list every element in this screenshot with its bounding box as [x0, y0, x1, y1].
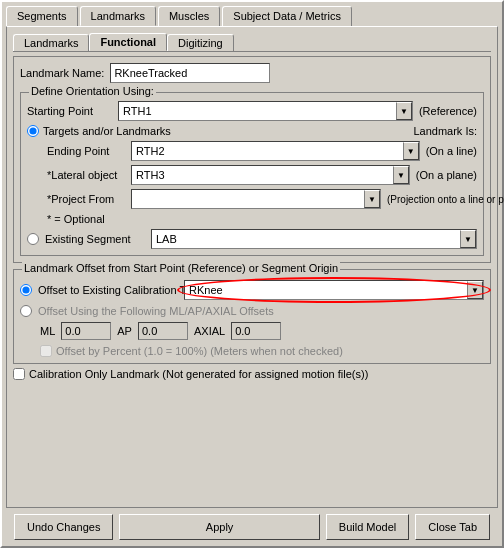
define-orientation-title: Define Orientation Using: [29, 85, 156, 97]
existing-segment-row: Existing Segment LAB ▼ [27, 229, 477, 249]
lateral-object-arrow[interactable]: ▼ [393, 166, 409, 184]
optional-note: * = Optional [47, 213, 105, 225]
ml-ap-axial-row: ML AP AXIAL [20, 322, 484, 340]
ap-input[interactable] [138, 322, 188, 340]
subtab-digitizing[interactable]: Digitizing [167, 34, 234, 51]
lateral-object-label: *Lateral object [47, 169, 125, 181]
ap-label: AP [117, 325, 132, 337]
offset-percent-checkbox[interactable] [40, 345, 52, 357]
offset-using-row: Offset Using the Following ML/AP/AXIAL O… [20, 305, 484, 317]
build-model-button[interactable]: Build Model [326, 514, 409, 540]
landmark-name-label: Landmark Name: [20, 67, 104, 79]
offset-existing-arrow[interactable]: ▼ [467, 281, 483, 299]
offset-percent-row: Offset by Percent (1.0 = 100%) (Meters w… [20, 345, 484, 357]
offset-using-label: Offset Using the Following ML/AP/AXIAL O… [38, 305, 274, 317]
reference-label: (Reference) [419, 105, 477, 117]
lateral-object-row: *Lateral object RTH3 ▼ (On a plane) [27, 165, 477, 185]
project-from-label: *Project From [47, 193, 125, 205]
existing-segment-label: Existing Segment [45, 233, 145, 245]
tab-segments[interactable]: Segments [6, 6, 78, 26]
offset-existing-row: Offset to Existing Calibration Target or… [20, 280, 484, 300]
targets-label: Targets and/or Landmarks [43, 125, 171, 137]
axial-label: AXIAL [194, 325, 225, 337]
close-tab-button[interactable]: Close Tab [415, 514, 490, 540]
project-from-value [132, 198, 364, 200]
landmark-name-row: Landmark Name: [20, 63, 484, 83]
offset-existing-value: RKnee [185, 283, 467, 297]
main-container: Segments Landmarks Muscles Subject Data … [0, 0, 504, 548]
undo-changes-button[interactable]: Undo Changes [14, 514, 113, 540]
bottom-bar: Undo Changes Apply Build Model Close Tab [6, 508, 498, 546]
ml-label: ML [40, 325, 55, 337]
offset-existing-label: Offset to Existing Calibration Target or… [38, 284, 178, 296]
ending-point-value: RTH2 [132, 144, 403, 158]
sub-content: Landmark Name: Define Orientation Using:… [13, 56, 491, 263]
axial-input[interactable] [231, 322, 281, 340]
landmark-is-label: Landmark Is: [413, 125, 477, 137]
existing-segment-radio[interactable] [27, 233, 39, 245]
existing-segment-value: LAB [152, 232, 460, 246]
starting-point-value: RTH1 [119, 104, 396, 118]
offset-using-radio[interactable] [20, 305, 32, 317]
offset-title: Landmark Offset from Start Point (Refere… [22, 262, 340, 274]
define-orientation-group: Define Orientation Using: Starting Point… [20, 92, 484, 256]
top-tabs: Segments Landmarks Muscles Subject Data … [2, 2, 502, 26]
sub-tabs-container: Landmarks Functional Digitizing [13, 33, 491, 52]
tab-landmarks[interactable]: Landmarks [80, 6, 156, 26]
group-content: Starting Point RTH1 ▼ (Reference) Target… [27, 101, 477, 249]
lateral-object-value: RTH3 [132, 168, 393, 182]
lateral-object-note: (On a plane) [416, 169, 477, 181]
offset-existing-radio[interactable] [20, 284, 32, 296]
existing-segment-dropdown[interactable]: LAB ▼ [151, 229, 477, 249]
starting-point-dropdown[interactable]: RTH1 ▼ [118, 101, 413, 121]
tab-subject-data[interactable]: Subject Data / Metrics [222, 6, 352, 26]
targets-radio[interactable] [27, 125, 39, 137]
offset-section: Landmark Offset from Start Point (Refere… [13, 269, 491, 364]
project-from-note: (Projection onto a line or plane) [387, 194, 477, 205]
landmark-name-input[interactable] [110, 63, 270, 83]
offset-existing-dropdown[interactable]: RKnee ▼ [184, 280, 484, 300]
starting-point-row: Starting Point RTH1 ▼ (Reference) [27, 101, 477, 121]
calibration-only-row: Calibration Only Landmark (Not generated… [13, 368, 491, 380]
subtab-functional[interactable]: Functional [89, 33, 167, 51]
ending-point-row: Ending Point RTH2 ▼ (On a line) [27, 141, 477, 161]
optional-note-row: * = Optional [27, 213, 477, 225]
starting-point-label: Starting Point [27, 105, 112, 117]
lateral-object-dropdown[interactable]: RTH3 ▼ [131, 165, 410, 185]
ending-point-dropdown[interactable]: RTH2 ▼ [131, 141, 420, 161]
tab-muscles[interactable]: Muscles [158, 6, 220, 26]
offset-percent-label: Offset by Percent (1.0 = 100%) (Meters w… [56, 345, 343, 357]
project-from-arrow[interactable]: ▼ [364, 190, 380, 208]
content-area: Landmarks Functional Digitizing Landmark… [6, 26, 498, 508]
subtab-landmarks[interactable]: Landmarks [13, 34, 89, 51]
offset-content: Offset to Existing Calibration Target or… [20, 280, 484, 357]
ending-point-arrow[interactable]: ▼ [403, 142, 419, 160]
calibration-only-checkbox[interactable] [13, 368, 25, 380]
project-from-row: *Project From ▼ (Projection onto a line … [27, 189, 477, 209]
existing-segment-arrow[interactable]: ▼ [460, 230, 476, 248]
ending-point-label: Ending Point [47, 145, 125, 157]
ending-point-note: (On a line) [426, 145, 477, 157]
project-from-dropdown[interactable]: ▼ [131, 189, 381, 209]
apply-button[interactable]: Apply [119, 514, 319, 540]
starting-point-arrow[interactable]: ▼ [396, 102, 412, 120]
ml-input[interactable] [61, 322, 111, 340]
calibration-only-label: Calibration Only Landmark (Not generated… [29, 368, 368, 380]
